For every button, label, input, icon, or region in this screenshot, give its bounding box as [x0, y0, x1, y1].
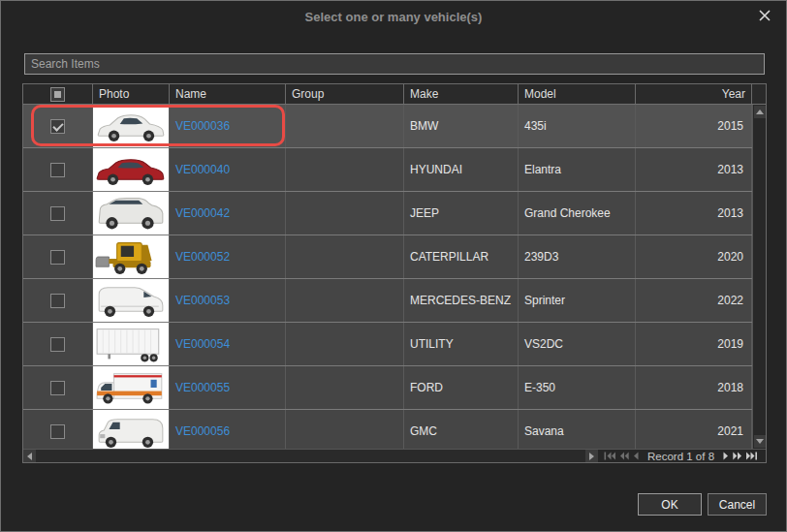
grid-body: VE000036 BMW 435i 2015 VE000040 HYUNDAI …	[23, 105, 752, 449]
table-row[interactable]: VE000040 HYUNDAI Elantra 2013	[23, 148, 752, 192]
row-select-cell[interactable]	[23, 192, 93, 235]
header-select-all-cell[interactable]	[23, 84, 93, 104]
vehicle-group-cell	[286, 366, 404, 409]
scroll-left-button[interactable]	[23, 450, 36, 462]
row-checkbox[interactable]	[50, 381, 65, 395]
row-checkbox[interactable]	[50, 424, 65, 439]
vehicle-make-cell: UTILITY	[404, 323, 519, 365]
vehicle-year-cell: 2022	[636, 279, 752, 322]
vehicle-year-cell: 2013	[636, 148, 752, 191]
search-input[interactable]	[24, 53, 765, 75]
prev-record-icon[interactable]	[633, 452, 640, 460]
vehicle-photo-cell	[93, 366, 170, 409]
table-row[interactable]: VE000054 UTILITY VS2DC 2019	[23, 323, 752, 366]
table-row[interactable]: VE000055 FORD E-350 2018	[23, 366, 752, 410]
table-row[interactable]: VE000053 MERCEDES-BENZ Sprinter 2022	[23, 279, 752, 323]
next-record-icon[interactable]	[722, 452, 729, 460]
vehicle-name-cell: VE000036	[170, 105, 286, 147]
scroll-right-button[interactable]	[585, 450, 598, 462]
dialog-title: Select one or many vehicle(s)	[1, 10, 786, 24]
row-select-cell[interactable]	[23, 323, 93, 365]
column-header-label: Make	[410, 87, 438, 101]
vehicle-photo	[93, 279, 169, 322]
vehicle-name-link[interactable]: VE000056	[175, 424, 230, 438]
row-select-cell[interactable]	[23, 279, 93, 322]
vehicle-photo	[93, 105, 169, 147]
scroll-up-icon	[756, 110, 764, 114]
next-page-icon[interactable]	[732, 452, 742, 460]
vehicle-name-link[interactable]: VE000052	[175, 250, 230, 264]
scroll-up-button[interactable]	[754, 106, 766, 118]
column-header-make[interactable]: Make	[404, 84, 519, 104]
row-checkbox[interactable]	[50, 250, 65, 265]
vehicle-model-cell: Elantra	[519, 148, 636, 191]
vertical-scrollbar[interactable]	[752, 105, 766, 449]
close-button[interactable]	[756, 9, 773, 26]
column-header-model[interactable]: Model	[519, 84, 636, 104]
row-checkbox[interactable]	[50, 294, 65, 308]
vehicle-name-cell: VE000053	[170, 279, 286, 322]
vehicle-model-cell: Sprinter	[519, 279, 636, 322]
table-row[interactable]: VE000036 BMW 435i 2015	[23, 105, 752, 148]
column-header-photo[interactable]: Photo	[93, 84, 170, 104]
vehicle-make-cell: BMW	[404, 105, 519, 147]
vehicle-photo-cell	[93, 410, 170, 449]
column-header-year[interactable]: Year	[636, 84, 752, 104]
table-row[interactable]: VE000042 JEEP Grand Cherokee 2013	[23, 192, 752, 235]
vehicle-make-cell: MERCEDES-BENZ	[404, 279, 519, 322]
grid-header: Photo Name Group Make Model Year	[23, 84, 766, 105]
vehicle-name-link[interactable]: VE000040	[175, 163, 230, 176]
vehicle-model-cell: Savana	[519, 410, 636, 449]
vehicle-name-cell: VE000052	[170, 235, 286, 278]
row-select-cell[interactable]	[23, 410, 93, 449]
vehicle-name-link[interactable]: VE000054	[175, 337, 230, 351]
horizontal-scrollbar[interactable]	[23, 450, 598, 462]
record-counter: Record 1 of 8	[647, 451, 714, 462]
vehicle-year-cell: 2021	[636, 410, 752, 449]
last-record-icon[interactable]	[745, 452, 758, 460]
column-header-label: Photo	[99, 87, 129, 101]
vehicle-year-cell: 2018	[636, 366, 752, 409]
vehicle-photo	[93, 410, 169, 449]
vehicle-name-link[interactable]: VE000036	[175, 119, 230, 133]
vehicle-name-link[interactable]: VE000053	[175, 294, 230, 307]
table-row[interactable]: VE000052 CATERPILLAR 239D3 2020	[23, 235, 752, 279]
table-row[interactable]: VE000056 GMC Savana 2021	[23, 410, 752, 449]
vehicle-name-cell: VE000040	[170, 148, 286, 191]
vehicle-photo-cell	[93, 148, 170, 191]
vehicle-make-cell: GMC	[404, 410, 519, 449]
select-all-checkbox[interactable]	[50, 87, 65, 102]
vehicle-photo-cell	[93, 323, 170, 365]
vehicle-name-cell: VE000054	[170, 323, 286, 365]
row-select-cell[interactable]	[23, 366, 93, 409]
column-header-group[interactable]: Group	[286, 84, 404, 104]
column-header-label: Name	[175, 87, 206, 101]
vehicle-model-cell: E-350	[519, 366, 636, 409]
row-select-cell[interactable]	[23, 235, 93, 278]
column-header-name[interactable]: Name	[170, 84, 286, 104]
vehicle-year-cell: 2013	[636, 192, 752, 235]
vehicle-grid: Photo Name Group Make Model Year VE00003…	[22, 83, 767, 463]
first-record-icon[interactable]	[604, 452, 616, 460]
prev-page-icon[interactable]	[619, 452, 630, 460]
scroll-left-icon	[27, 453, 32, 460]
row-select-cell[interactable]	[23, 148, 93, 191]
row-checkbox[interactable]	[50, 119, 65, 134]
row-checkbox[interactable]	[50, 163, 65, 177]
vehicle-model-cell: 239D3	[519, 235, 636, 278]
cancel-button[interactable]: Cancel	[708, 493, 767, 516]
vehicle-name-link[interactable]: VE000055	[175, 381, 230, 394]
row-checkbox[interactable]	[50, 206, 65, 221]
vehicle-select-dialog: Select one or many vehicle(s) Photo Name…	[0, 0, 787, 532]
row-checkbox[interactable]	[50, 337, 65, 352]
scroll-down-button[interactable]	[754, 435, 766, 448]
vehicle-group-cell	[286, 105, 404, 147]
vehicle-group-cell	[286, 192, 404, 235]
vehicle-photo	[93, 148, 169, 191]
ok-button[interactable]: OK	[638, 493, 702, 516]
vehicle-photo	[93, 366, 169, 409]
titlebar: Select one or many vehicle(s)	[1, 1, 786, 34]
vehicle-name-link[interactable]: VE000042	[175, 206, 230, 220]
row-select-cell[interactable]	[23, 105, 93, 147]
column-header-label: Group	[292, 87, 324, 101]
